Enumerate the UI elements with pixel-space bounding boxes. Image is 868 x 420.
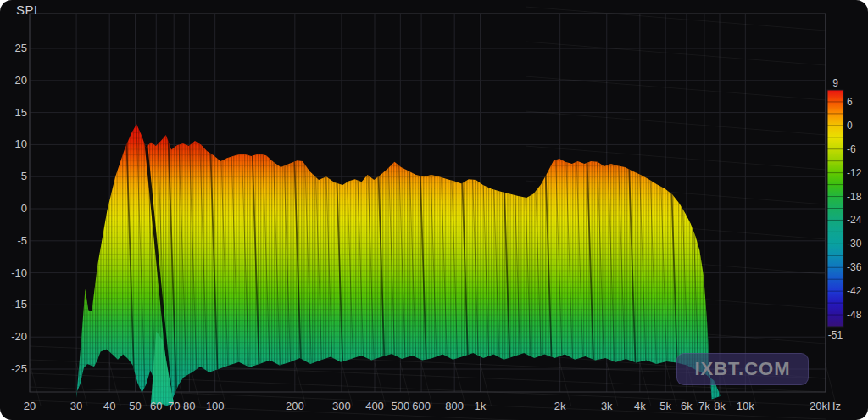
x-tick-label: 1k: [475, 400, 487, 412]
x-tick-label: 2k: [554, 400, 566, 412]
x-tick-label: 20kHz: [810, 400, 841, 412]
x-tick-label: 70: [168, 400, 180, 412]
y-tick-label: -20: [3, 331, 27, 343]
y-tick-label: -10: [3, 267, 27, 279]
x-tick-label: 40: [103, 400, 115, 412]
y-tick-label: -5: [3, 235, 27, 247]
colorbar-tick-label: -30: [847, 238, 861, 249]
x-tick-label: 3k: [601, 400, 613, 412]
colorbar-tick-label: -42: [847, 285, 861, 297]
y-tick-label: -25: [3, 363, 27, 375]
x-tick-label: 50: [129, 400, 141, 412]
x-tick-label: 7k: [698, 400, 710, 412]
spectrogram-panel: SPL 2520151050-5-10-15-20-25203040506070…: [0, 0, 868, 420]
x-tick-label: 400: [365, 400, 384, 412]
colorbar-tick-label: -36: [847, 261, 861, 273]
colorbar-tick-label: 6: [847, 96, 853, 108]
x-tick-label: 600: [412, 400, 431, 412]
x-tick-label: 100: [206, 400, 225, 412]
x-tick-label: 20: [24, 400, 36, 412]
y-tick-label: 0: [3, 203, 27, 215]
y-tick-label: 5: [3, 171, 27, 182]
colorbar-max-label: 9: [832, 77, 838, 89]
colorbar-tick-label: 0: [847, 120, 853, 132]
x-tick-label: 200: [286, 400, 304, 412]
colorbar-tick-label: -48: [847, 309, 861, 321]
colorbar-tick-label: -6: [847, 143, 856, 155]
y-tick-label: 15: [3, 107, 27, 119]
watermark-text: IXBT.COM: [694, 358, 790, 380]
x-tick-label: 8k: [714, 400, 726, 412]
x-tick-label: 4k: [634, 400, 646, 412]
x-tick-label: 10k: [737, 400, 754, 412]
x-tick-label: 500: [391, 400, 409, 412]
y-tick-label: 10: [3, 138, 27, 150]
x-tick-label: 6k: [681, 400, 693, 412]
y-tick-label: 25: [3, 42, 27, 54]
x-tick-label: 60: [150, 400, 162, 412]
colorbar-tick-label: -12: [847, 167, 861, 179]
ixbt-watermark: IXBT.COM: [676, 353, 809, 385]
x-tick-label: 30: [70, 400, 82, 412]
colorbar-min-label: -51: [828, 329, 843, 341]
colorbar-tick-label: -18: [847, 191, 861, 203]
y-tick-label: 20: [3, 75, 27, 87]
x-tick-label: 300: [332, 400, 351, 412]
y-tick-label: -15: [3, 299, 27, 311]
x-tick-label: 800: [445, 400, 464, 412]
colorbar-tick-label: -24: [847, 214, 861, 226]
y-axis-title: SPL: [16, 4, 42, 16]
x-tick-label: 5k: [659, 400, 671, 412]
x-tick-label: 80: [183, 400, 195, 412]
